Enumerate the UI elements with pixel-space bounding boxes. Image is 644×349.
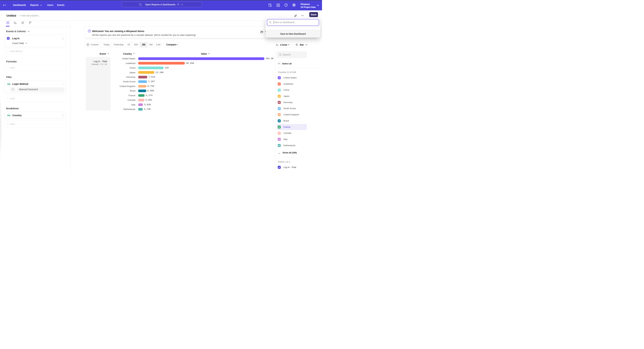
svg-text:?: ?: [286, 4, 287, 6]
